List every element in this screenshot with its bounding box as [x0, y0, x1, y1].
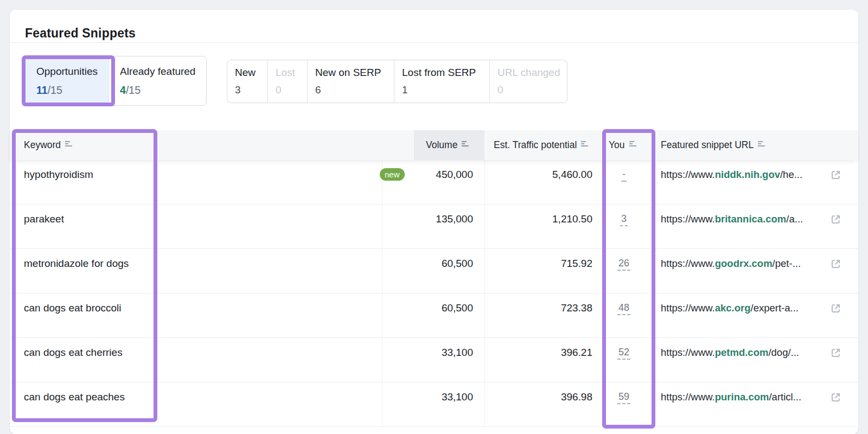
- column-header-you-label: You: [609, 139, 625, 150]
- url-path: /expert-a...: [751, 302, 799, 314]
- keyword-cell: metronidazole for dogs: [24, 258, 129, 270]
- you-position-link[interactable]: 3: [620, 213, 628, 226]
- filter-new-on-serp[interactable]: New on SERP 6: [307, 60, 394, 103]
- cell-divider: [484, 382, 485, 427]
- url-path: /articl...: [769, 391, 801, 403]
- you-position-link[interactable]: 52: [617, 347, 630, 360]
- tab-opportunities[interactable]: Opportunities 11/15: [25, 56, 108, 105]
- keyword-cell: can dogs eat cherries: [24, 347, 123, 359]
- url-domain: britannica.com: [715, 213, 787, 225]
- filter-lost[interactable]: Lost 0: [267, 60, 307, 103]
- cell-divider: [484, 293, 485, 338]
- tab-opportunities-label: Opportunities: [36, 65, 98, 79]
- volume-cell: 33,100: [335, 347, 473, 359]
- snippet-url-link[interactable]: https://www.goodrx.com/pet-...: [661, 258, 801, 270]
- column-header-est-traffic[interactable]: Est. Traffic potential: [494, 130, 589, 160]
- est-traffic-cell: 396.21: [487, 347, 592, 359]
- table-row: parakeet 135,000 1,210.50 3 https://www.…: [10, 205, 858, 249]
- snippet-url-link[interactable]: https://www.petmd.com/dog/...: [661, 347, 799, 359]
- url-prefix: https://www.: [661, 169, 715, 180]
- table-row: metronidazole for dogs 60,500 715.92 26 …: [10, 249, 858, 293]
- cell-divider: [484, 205, 485, 249]
- tab-already-featured-count: 4: [120, 84, 126, 96]
- volume-cell: 60,500: [335, 302, 473, 314]
- you-position-link[interactable]: 59: [617, 391, 630, 404]
- url-path: /dog/...: [768, 347, 799, 358]
- url-domain: niddk.nih.gov: [715, 169, 780, 180]
- volume-cell: 450,000: [335, 169, 473, 181]
- table-row: can dogs eat broccoli 60,500 723.38 48 h…: [10, 293, 858, 338]
- column-header-snippet-url[interactable]: Featured snippet URL: [661, 130, 766, 160]
- snippet-url-link[interactable]: https://www.purina.com/articl...: [661, 391, 801, 403]
- filter-lost-label: Lost: [276, 66, 307, 80]
- table-row: can dogs eat cherries 33,100 396.21 52 h…: [10, 338, 858, 382]
- cell-divider: [484, 338, 485, 382]
- featured-snippets-report: Featured Snippets Opportunities 11/15 Al…: [0, 0, 868, 434]
- url-prefix: https://www.: [661, 347, 715, 358]
- column-header-est-traffic-label: Est. Traffic potential: [494, 139, 577, 150]
- report-card: Featured Snippets Opportunities 11/15 Al…: [10, 10, 858, 434]
- filter-lost-count: 0: [276, 83, 307, 97]
- column-header-snippet-url-label: Featured snippet URL: [661, 139, 754, 150]
- column-header-keyword[interactable]: Keyword: [24, 130, 73, 160]
- external-link-icon[interactable]: [830, 214, 841, 228]
- column-header-keyword-label: Keyword: [24, 139, 61, 150]
- you-position-link[interactable]: -: [621, 169, 627, 182]
- column-header-volume[interactable]: Volume: [426, 130, 470, 160]
- you-position-cell: 59: [602, 391, 646, 403]
- external-link-icon[interactable]: [830, 169, 841, 183]
- cell-divider: [484, 249, 485, 293]
- external-link-icon[interactable]: [830, 258, 841, 272]
- url-domain: petmd.com: [715, 347, 769, 358]
- tab-opportunities-value: 11/15: [36, 83, 98, 97]
- you-position-cell: 48: [602, 302, 646, 314]
- title-divider: [10, 42, 858, 43]
- snippet-url-link[interactable]: https://www.britannica.com/a...: [661, 213, 803, 225]
- snippet-url-link[interactable]: https://www.niddk.nih.gov/he...: [661, 169, 802, 181]
- keyword-cell: can dogs eat broccoli: [24, 302, 122, 314]
- volume-cell: 135,000: [335, 213, 473, 225]
- sort-icon: [758, 130, 766, 159]
- filter-new-label: New: [235, 66, 267, 80]
- cell-divider: [382, 249, 382, 293]
- column-header-you[interactable]: You: [609, 130, 637, 160]
- cell-divider: [382, 382, 382, 427]
- sort-icon: [629, 130, 637, 159]
- tab-opportunities-total: /15: [48, 84, 62, 96]
- page-title: Featured Snippets: [25, 26, 136, 41]
- filter-url-changed[interactable]: URL changed 0: [489, 60, 567, 103]
- url-prefix: https://www.: [661, 213, 715, 225]
- url-path: /pet-...: [773, 258, 801, 269]
- filter-new[interactable]: New 3: [227, 60, 267, 103]
- tab-already-featured-label: Already featured: [120, 65, 195, 79]
- snippet-url-link[interactable]: https://www.akc.org/expert-a...: [661, 302, 799, 314]
- est-traffic-cell: 723.38: [487, 302, 592, 314]
- you-position-link[interactable]: 26: [617, 258, 630, 271]
- you-position-cell: 52: [602, 347, 646, 358]
- tab-already-featured-value: 4/15: [120, 83, 195, 97]
- external-link-icon[interactable]: [830, 303, 841, 317]
- url-path: /a...: [786, 213, 803, 225]
- column-header-volume-label: Volume: [426, 139, 457, 150]
- snippet-tabs: Opportunities 11/15 Already featured 4/1…: [25, 56, 207, 106]
- url-domain: goodrx.com: [715, 258, 773, 269]
- keyword-cell: parakeet: [24, 213, 64, 225]
- table-header: Keyword Volume Est. Traffic potential Yo…: [10, 130, 858, 160]
- url-domain: akc.org: [715, 302, 751, 314]
- external-link-icon[interactable]: [830, 347, 841, 361]
- filter-url-changed-count: 0: [497, 83, 567, 97]
- filter-lost-from-serp[interactable]: Lost from SERP 1: [394, 60, 489, 103]
- external-link-icon[interactable]: [830, 392, 841, 406]
- est-traffic-cell: 396.98: [487, 391, 592, 403]
- est-traffic-cell: 715.92: [487, 258, 592, 270]
- sort-icon: [65, 130, 73, 159]
- url-path: /he...: [780, 169, 802, 180]
- cell-divider: [382, 338, 382, 382]
- tab-already-featured[interactable]: Already featured 4/15: [108, 56, 206, 105]
- you-position-link[interactable]: 48: [617, 302, 630, 315]
- tab-already-featured-total: /15: [126, 84, 141, 96]
- cell-divider: [382, 160, 382, 205]
- keyword-cell: hypothyroidism: [24, 169, 93, 181]
- table-row: can dogs eat peaches 33,100 396.98 59 ht…: [10, 382, 858, 427]
- cell-divider: [484, 160, 485, 205]
